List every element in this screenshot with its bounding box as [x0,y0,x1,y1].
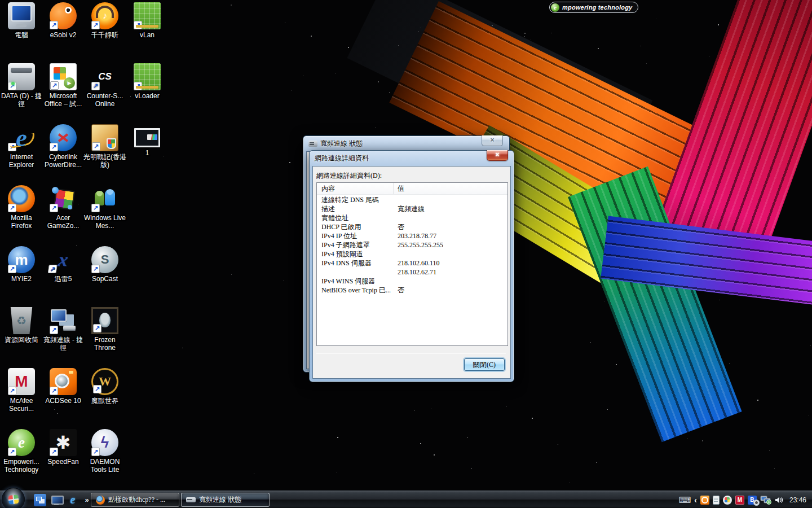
desktop-icon-powerdirector[interactable]: ↗Cyberlink PowerDire... [42,124,85,169]
desktop-icon-label: Empoweri... Technology [0,458,43,474]
desktop-icon-label: Frozen Throne [83,336,126,352]
desktop-icon-mcafee[interactable]: M↗McAfee Securi... [0,368,43,413]
taskbar: e » 點樣啟動dhcp?? - ...寬頻連線 狀態 ⌨ ‹ MB 23:46 [0,491,812,508]
desktop-icon-label: vLan [140,31,155,39]
taskbar-clock[interactable]: 23:46 [789,496,806,504]
desktop-icon-label: 寬頻連線 - 捷徑 [42,336,85,352]
desktop-icon-empowering-technology[interactable]: e↗Empoweri... Technology [0,429,43,474]
modem-icon [308,141,317,147]
desktop-icon-data-drive[interactable]: ↗DATA (D) - 捷徑 [0,63,43,108]
world-of-warcraft-icon: W↗ [91,368,118,395]
desktop-icon-brightwar-hk[interactable]: ↗光明戰記(香港版) [83,124,126,169]
detail-value: 否 [394,223,508,232]
tray-collapse-chevron[interactable]: ‹ [694,496,697,505]
desktop-icon-computer[interactable]: 電腦 [0,2,43,39]
desktop-icon-esobi[interactable]: ↗eSobi v2 [42,2,85,39]
taskbar-button-broadband-status[interactable]: 寬頻連線 狀態 [181,493,270,507]
close-button[interactable]: 關閉(C) [464,358,505,371]
quick-launch-bar: e » [34,491,91,508]
desktop-icon-label: vLoader [135,92,159,100]
desktop-icon-windows-live-messenger[interactable]: ↗Windows Live Mes... [83,185,126,230]
bitcomet-tray-icon[interactable]: B [748,496,757,505]
desktop-icon-ttplayer[interactable]: ♪↗千千靜听 [83,2,126,39]
shortcut-arrow-icon: ↗ [134,82,142,90]
detail-row[interactable]: NetBIOS over Tcpip 已...否 [317,286,508,295]
status-window-close-button[interactable]: × [482,135,503,146]
desktop-icon-xunlei5[interactable]: x↗迅雷5 [42,246,85,283]
detail-value: 218.102.62.71 [394,268,508,277]
desktop-icon-microsoft-office[interactable]: ↗Microsoft Office – 試... [42,63,85,108]
desktop-icon-label: Cyberlink PowerDire... [42,153,85,169]
desktop-icon-label: MYIE2 [11,275,32,283]
network-tray-icon[interactable] [760,496,771,505]
desktop-icon-myie2[interactable]: m↗MYIE2 [0,246,43,283]
mcafee-tray-icon[interactable]: M [735,496,744,505]
desktop-icon-label: Windows Live Mes... [83,214,126,230]
status-window-titlebar[interactable]: 寬頻連線 狀態 × [306,136,506,151]
desktop-icon-speedfan[interactable]: ✱↗SpeedFan [42,429,85,466]
taskbar-button-firefox-dhcp-thread[interactable]: 點樣啟動dhcp?? - ... [91,493,179,507]
desktop-icon-label: eSobi v2 [50,31,77,39]
desktop-icon-daemon-tools-lite[interactable]: ϟ↗DAEMON Tools Lite [83,429,126,474]
show-desktop-icon[interactable] [50,494,63,506]
detail-row[interactable]: 連線特定 DNS 尾碼 [317,196,508,205]
vloader-icon: ↗ [134,63,161,90]
volume-tray-icon[interactable] [775,496,784,505]
detail-property: IPv4 子網路遮罩 [317,241,394,250]
internet-explorer-quicklaunch-icon[interactable]: e [67,494,79,506]
column-header-property[interactable]: 內容 [317,183,394,194]
acdsee-tray-icon[interactable] [700,496,709,505]
acer-gamezone-icon: ↗ [50,185,77,212]
sopcast-icon: S↗ [91,246,118,273]
tray-icon-group: MB [700,496,757,505]
desktop-icon-mozilla-firefox[interactable]: ↗Mozilla Firefox [0,185,43,230]
shortcut-arrow-icon: ↗ [91,448,100,456]
network-details-dialog[interactable]: 網路連線詳細資料 × 網路連線詳細資料(D): 內容 值 連線特定 DNS 尾碼… [309,150,514,382]
detail-row[interactable]: DHCP 已啟用否 [317,223,508,232]
document-tray-icon[interactable] [713,496,720,505]
detail-row[interactable]: 218.102.62.71 [317,268,508,277]
details-dialog-close-button[interactable]: × [487,150,508,161]
desktop-icon-vloader[interactable]: ↗vLoader [126,63,169,100]
detail-property: 連線特定 DNS 尾碼 [317,196,394,205]
details-dialog-titlebar[interactable]: 網路連線詳細資料 × [312,151,511,166]
quick-launch-overflow-chevron[interactable]: » [83,494,91,506]
detail-row[interactable]: 描述寬頻連線 [317,205,508,214]
desktop-icon-label: Microsoft Office – 試... [42,92,85,108]
desktop-icon-internet-explorer[interactable]: e↗Internet Explorer [0,124,43,169]
windows-live-messenger-icon: ↗ [91,185,118,212]
column-header-value[interactable]: 值 [394,183,508,194]
desktop-icon-broadband-shortcut[interactable]: ↗寬頻連線 - 捷徑 [42,307,85,352]
detail-value: 255.255.255.255 [394,241,508,250]
desktop-icon-label: ACDSee 10 [45,397,81,405]
start-button[interactable] [2,488,25,508]
desktop-icon-vlan[interactable]: ↗vLan [126,2,169,39]
desktop-icon-recycle-bin[interactable]: ♻資源回收筒 [0,307,43,344]
detail-row[interactable]: IPv4 子網路遮罩255.255.255.255 [317,241,508,250]
computer-icon [8,2,35,29]
desktop-icon-acdsee10[interactable]: ↗ACDSee 10 [42,368,85,405]
desktop-icon-sopcast[interactable]: S↗SopCast [83,246,126,283]
firefox-icon [96,496,105,505]
detail-property: 描述 [317,205,394,214]
detail-row[interactable]: IPv4 IP 位址203.218.78.77 [317,232,508,241]
listview-header[interactable]: 內容 值 [317,183,508,195]
shortcut-arrow-icon: ↗ [8,82,16,90]
details-listview[interactable]: 內容 值 連線特定 DNS 尾碼描述寬頻連線實體位址DHCP 已啟用否IPv4 … [316,182,508,346]
detail-row[interactable]: IPv4 DNS 伺服器218.102.60.110 [317,259,508,268]
windows-update-tray-icon[interactable] [723,496,732,505]
desktop-icon-image-1[interactable]: 1 [126,124,169,157]
desktop-icon-counter-strike-online[interactable]: CS↗Counter-S... Online [83,63,126,108]
desktop-icon-acer-gamezone[interactable]: ↗Acer GameZo... [42,185,85,230]
desktop-icon-label: SopCast [92,275,118,283]
switch-windows-icon[interactable] [34,494,46,506]
language-bar-keyboard-icon[interactable]: ⌨ [679,496,691,504]
desktop-icon-world-of-warcraft[interactable]: W↗魔獸世界 [83,368,126,405]
desktop-icon-frozen-throne[interactable]: ↗Frozen Throne [83,307,126,352]
detail-row[interactable]: IPv4 WINS 伺服器 [317,277,508,286]
detail-row[interactable]: IPv4 預設閘道 [317,250,508,259]
detail-row[interactable]: 實體位址 [317,214,508,223]
desktop-icon-label: 迅雷5 [55,275,72,283]
desktop-icon-label: DAEMON Tools Lite [83,458,126,474]
shortcut-arrow-icon: ↗ [50,387,58,395]
